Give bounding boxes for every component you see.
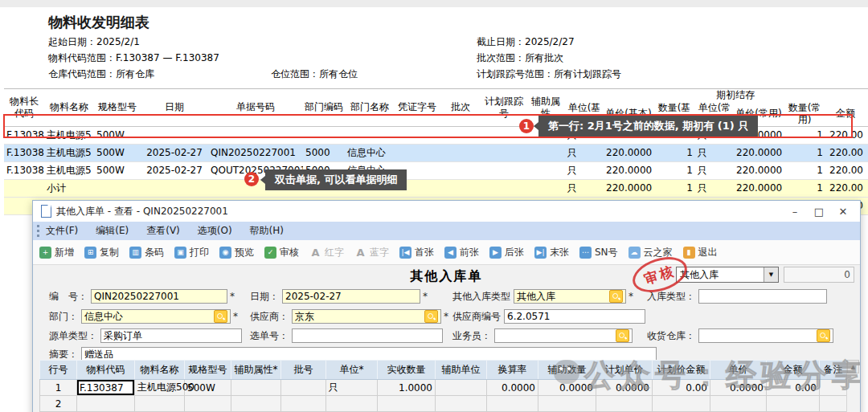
grid-col-header: 实收数量 <box>378 361 436 380</box>
filter-material-range: 物料代码范围：F.130387 — F.130387 <box>48 51 219 65</box>
grid-col-header: 单价 <box>710 361 767 380</box>
toolbar: +新增⊞复制▥条码▣打印◉预览✓审核A红字A蓝字|◀首张◀前张▶后张▶|末张⋯S… <box>33 240 860 265</box>
required-mark: * <box>628 291 633 302</box>
cell: 主机电源500 <box>135 380 185 396</box>
toolbar-button-prev[interactable]: ◀前张 <box>444 246 479 259</box>
grid-col-header: 换算率 <box>487 361 538 380</box>
menu-edit[interactable]: 编辑(E) <box>96 224 129 238</box>
toolbar-button-label: 首张 <box>415 246 434 259</box>
cell <box>526 161 565 179</box>
col-header: 批次 <box>440 89 481 127</box>
cell: 主机电源5 <box>44 126 94 144</box>
plus-icon: + <box>39 247 51 259</box>
toolbar-button-label: SN号 <box>595 246 618 259</box>
cell: 2 <box>40 396 77 412</box>
chevron-down-icon[interactable]: ▼ <box>764 267 778 282</box>
source-doc-type-input[interactable]: 采购订单 <box>100 328 242 343</box>
input-value: 其他入库 <box>517 290 555 304</box>
toolbar-button-label: 前张 <box>460 246 479 259</box>
toolbar-button-label: 红字 <box>325 246 344 259</box>
table-row[interactable]: 小计只220.00001只220.00001220.00 <box>4 179 868 197</box>
cell <box>281 396 326 412</box>
toolbar-button-approve[interactable]: ✓审核 <box>264 246 299 259</box>
cell <box>481 179 526 197</box>
lookup-icon[interactable] <box>214 310 227 323</box>
inbound-type-input[interactable] <box>698 289 827 304</box>
grid-col-header: 规格型号 <box>185 361 231 380</box>
toolbar-button-barcode[interactable]: ▥条码 <box>129 246 164 259</box>
cloud-icon: ☁ <box>628 247 641 259</box>
cell: 小计 <box>44 179 94 197</box>
cell <box>596 396 653 412</box>
menu-file[interactable]: 文件(F) <box>46 224 78 238</box>
required-mark: * <box>233 311 238 322</box>
document-icon <box>41 205 51 218</box>
print-count-field: 0 <box>784 267 854 283</box>
toolbar-button-label: 打印 <box>190 246 209 259</box>
toolbar-button-last[interactable]: ▶|末张 <box>534 246 569 259</box>
lookup-icon[interactable] <box>609 290 623 303</box>
supplier-code-input[interactable]: 6.2.0571 <box>504 309 645 324</box>
date-input[interactable]: 2025-02-27 <box>282 289 420 304</box>
filter-label: 截止日期： <box>477 36 525 47</box>
cell: 1 <box>40 380 77 396</box>
lookup-icon[interactable] <box>817 329 830 342</box>
menu-help[interactable]: 帮助(H) <box>250 224 284 238</box>
scroll-up-icon[interactable]: ▲ <box>847 360 859 373</box>
table-row[interactable]: 2 <box>40 396 847 412</box>
filter-value: 2025/2/27 <box>525 36 575 47</box>
grid-col-header: 物料名称 <box>135 361 185 380</box>
salesperson-input[interactable] <box>494 328 633 343</box>
table-row[interactable]: F.130387主机电源5500W2025-02-27QOUT202502270… <box>4 161 868 179</box>
template-combo[interactable]: 其他入库 ▼ <box>676 267 779 283</box>
toolbar-button-label: 条码 <box>145 246 164 259</box>
table-row[interactable]: 1F.130387主机电源500500W只1.00000.00000.00000… <box>40 380 847 396</box>
toolbar-button-sn[interactable]: ⋯SN号 <box>579 246 618 259</box>
report-table: 物料长代码 物料名称 规格型号 日期 单据号码 部门编码 部门名称 凭证字号 批… <box>4 88 868 215</box>
toolbar-button-next[interactable]: ▶后张 <box>489 246 524 259</box>
toolbar-button-copy[interactable]: ⊞复制 <box>84 246 119 259</box>
cell <box>440 161 481 179</box>
menu-grip <box>37 225 39 237</box>
receiving-warehouse-input[interactable] <box>698 328 833 343</box>
cell: 0.0000 <box>487 380 538 396</box>
supplier-input[interactable]: 京东 <box>292 309 441 324</box>
cell: 0.00 <box>767 380 820 396</box>
grid-col-header: 备注 <box>820 361 847 380</box>
department-input[interactable]: 信息中心 <box>81 309 231 324</box>
close-button[interactable]: ✕ <box>831 206 855 218</box>
report-title: 物料收发明细表 <box>48 13 149 32</box>
dialog-title-bar[interactable]: 其他入库单 - 查看 - QIN20250227001 – □ ✕ <box>33 201 860 222</box>
field-label: 业务员： <box>452 329 491 343</box>
minimize-button[interactable]: – <box>783 206 807 218</box>
doc-number-input[interactable]: QIN20250227001 <box>91 289 227 304</box>
cell <box>526 179 565 197</box>
cell <box>436 380 487 396</box>
field-label: 供应商编号 <box>452 310 501 324</box>
cell: 220.00 <box>825 144 866 161</box>
lookup-icon[interactable] <box>616 329 629 342</box>
field-label: 日期： <box>250 290 279 304</box>
cell <box>395 144 440 161</box>
cell: F.130387 <box>77 380 135 396</box>
toolbar-button-print[interactable]: ▣打印 <box>174 246 209 259</box>
cell: 2025-02-27 <box>141 161 208 179</box>
cell: 只 <box>565 179 604 197</box>
toolbar-button-exit[interactable]: ▮退出 <box>683 246 718 259</box>
select-doc-number-input[interactable] <box>292 328 443 343</box>
other-inbound-type-input[interactable]: 其他入库 <box>514 289 626 304</box>
cell: 0.0000 <box>710 380 767 396</box>
field-supplier-code: 供应商编号 6.2.0571 <box>452 309 645 324</box>
menu-options[interactable]: 选项(O) <box>198 224 232 238</box>
maximize-button[interactable]: □ <box>807 206 831 218</box>
lookup-icon[interactable] <box>424 310 438 323</box>
toolbar-button-first[interactable]: |◀首张 <box>399 246 434 259</box>
menu-view[interactable]: 查看(V) <box>146 224 180 238</box>
table-row[interactable]: F.130387主机电源5500W2025-02-27QIN2025022700… <box>4 144 868 161</box>
cell <box>487 396 538 412</box>
toolbar-button-preview[interactable]: ◉预览 <box>219 246 254 259</box>
toolbar-button-plus[interactable]: +新增 <box>39 246 74 259</box>
grid-col-header: 辅助属性* <box>231 361 281 380</box>
toolbar-button-label: 退出 <box>698 246 718 259</box>
grid-scrollbar[interactable]: ▲ <box>846 360 859 412</box>
